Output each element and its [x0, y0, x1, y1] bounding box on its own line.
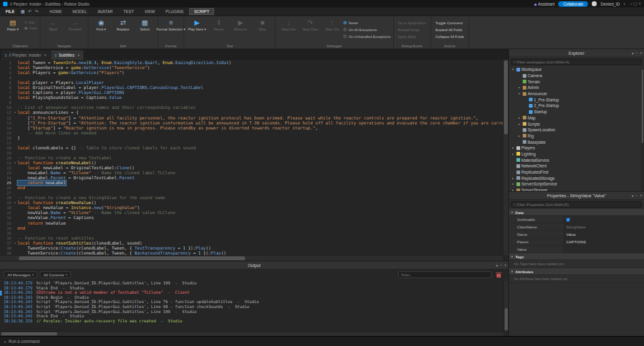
scrollbar-thumb[interactable]: [505, 308, 508, 330]
expand-arrow-icon[interactable]: ▸: [511, 146, 515, 149]
pause-button[interactable]: ‖Pause: [208, 17, 229, 31]
find-button[interactable]: ◉Find ▾: [91, 17, 111, 31]
tree-item-materialservice[interactable]: MaterialService: [509, 157, 644, 163]
dock-chevron-icon[interactable]: ▾: [496, 263, 498, 268]
code-line[interactable]: 10-- List of announcer voiceline names a…: [0, 105, 508, 110]
tree-item-baseplate[interactable]: Baseplate: [509, 139, 644, 145]
fold-arrow-icon[interactable]: ▾: [12, 241, 17, 246]
code-line[interactable]: 17: [0, 141, 508, 146]
reload-script-button[interactable]: Reload Script: [396, 27, 428, 32]
code-line[interactable]: 38 TweenService:Create(clonedLabel, Twee…: [0, 246, 508, 251]
username[interactable]: Denied_ID: [600, 2, 620, 6]
menu-tab-avatar[interactable]: AVATAR: [93, 9, 117, 14]
menu-tab-test[interactable]: TEST: [119, 9, 138, 14]
contexts-filter-dropdown[interactable]: All Contexts▾: [40, 271, 71, 278]
tab-perplex-insider[interactable]: ≡// Perplex: Insider×: [1, 50, 50, 60]
close-panel-icon[interactable]: ×: [640, 194, 642, 197]
fold-arrow-icon[interactable]: ▾: [12, 200, 17, 205]
avatar[interactable]: [592, 1, 597, 6]
tree-item-map[interactable]: ▸Map: [509, 115, 644, 121]
tree-item-replicatedstorage[interactable]: ▸ReplicatedStorage: [509, 175, 644, 181]
code-line[interactable]: 7local Captions = player.PlayerGui.CAPTI…: [0, 90, 508, 95]
radio-on-all-exceptions[interactable]: On All Exceptions: [343, 27, 390, 32]
maximize-button[interactable]: ▢: [633, 1, 637, 6]
close-panel-icon[interactable]: ×: [640, 51, 642, 55]
property-value-value[interactable]: [564, 246, 644, 253]
expand-arrow-icon[interactable]: ▾: [511, 68, 515, 71]
close-tab-icon[interactable]: ×: [44, 53, 47, 57]
archivable-checkbox[interactable]: ✓: [566, 218, 570, 222]
tree-item-announcer[interactable]: ▾Announcer: [509, 91, 644, 97]
code-line[interactable]: 13 ["2_Pre-Startup"] = "Attention: The r…: [0, 121, 508, 126]
tree-item-networkclient[interactable]: NetworkClient: [509, 163, 644, 169]
properties-filter-input[interactable]: [517, 202, 640, 207]
code-line[interactable]: 29▾local function createNewValue(): [0, 200, 508, 205]
tree-item-scripts[interactable]: ▸Scripts: [509, 121, 644, 127]
menu-tab-plugins[interactable]: PLUGINS: [161, 9, 188, 14]
code-line[interactable]: 23 newLabel.Name = "TLClone" -- Name the…: [0, 171, 508, 175]
expand-arrow-icon[interactable]: ▸: [517, 86, 521, 89]
code-line[interactable]: 1local Tween = TweenInfo.new(0.3, Enum.E…: [0, 60, 508, 65]
code-line[interactable]: 6local OriginalTextLabel = player.Player…: [0, 85, 508, 90]
editor-horizontal-scrollbar[interactable]: [0, 255, 503, 261]
tree-item-1-pre-startup[interactable]: 1_Pre-Startup: [509, 96, 644, 103]
code-line[interactable]: 16}: [0, 136, 508, 141]
code-line[interactable]: 25 return newLabel: [0, 180, 508, 185]
close-button[interactable]: ×: [638, 1, 641, 6]
chevron-down-icon[interactable]: ▾: [623, 2, 625, 6]
output-line[interactable]: 18:16:36.329// Perplex: Insider auto-rec…: [0, 319, 508, 324]
tree-item-serverstorage[interactable]: ▸ServerStorage: [509, 187, 644, 191]
fold-arrow-icon[interactable]: ▾: [12, 161, 17, 166]
float-window-icon[interactable]: ▫: [636, 194, 637, 197]
code-line[interactable]: 4: [0, 75, 508, 80]
expand-arrow-icon[interactable]: ▸: [517, 123, 521, 126]
save-icon[interactable]: ▦: [21, 9, 25, 14]
step-out-button[interactable]: ↑Step Out: [322, 17, 342, 31]
expand-arrow-icon[interactable]: ▸: [511, 177, 515, 180]
explorer-filter-input[interactable]: [517, 60, 640, 64]
fold-arrow-icon[interactable]: ▾: [12, 110, 17, 115]
code-line[interactable]: 36-- Function to reset subtitles: [0, 236, 508, 241]
redo-icon[interactable]: ↷: [35, 9, 39, 14]
file-menu-button[interactable]: FILE: [3, 9, 17, 14]
code-line[interactable]: 34end: [0, 226, 508, 231]
tree-item-serverscriptservice[interactable]: ▸ServerScriptService: [509, 181, 644, 187]
section-data[interactable]: ▾Data: [509, 209, 644, 216]
forward-button[interactable]: →Forward: [65, 17, 85, 31]
assistant-button[interactable]: ◆ Assistant: [534, 2, 554, 6]
explorer-scrollbar[interactable]: [641, 68, 644, 191]
float-window-icon[interactable]: ▫: [636, 51, 637, 55]
tree-item-startup[interactable]: Startup: [509, 109, 644, 115]
code-line[interactable]: 24 newLabel.Parent = OriginalTextLabel.P…: [0, 175, 508, 180]
select-button[interactable]: ▦Select: [134, 17, 155, 31]
expand-arrow-icon[interactable]: ▸: [517, 116, 521, 119]
code-line[interactable]: 19: [0, 151, 508, 156]
resume-button[interactable]: ▶Resume: [230, 17, 251, 31]
scrollbar-thumb[interactable]: [504, 60, 508, 134]
code-line[interactable]: 8local PlayingSoundsValue = Captions.Val…: [0, 95, 508, 100]
code-line[interactable]: 27: [0, 190, 508, 195]
radio-never[interactable]: Never: [343, 20, 390, 26]
menu-tab-view[interactable]: VIEW: [140, 9, 159, 14]
code-line[interactable]: 31 newValue.Name = "VLClone" -- Name the…: [0, 210, 508, 215]
expand-arrow-icon[interactable]: ▸: [511, 189, 515, 191]
tree-item-lighting[interactable]: ▸Lighting: [509, 151, 644, 157]
code-line[interactable]: 37▾local function resetSubtitles(clonedL…: [0, 241, 508, 246]
radio-on-unhandled-exceptions[interactable]: On Unhandled Exceptions: [343, 34, 390, 39]
output-horizontal-scrollbar[interactable]: [0, 331, 503, 336]
menu-tab-home[interactable]: HOME: [45, 9, 67, 14]
cut-button[interactable]: ✂Cut: [24, 20, 37, 24]
code-line[interactable]: 5local player = Players.LocalPlayer: [0, 80, 508, 85]
tree-item-rig[interactable]: ▸Rig: [509, 133, 644, 139]
section-attributes[interactable]: ▾Attributes: [509, 268, 644, 275]
tree-item-2-pre-startup[interactable]: 2_Pre-Startup: [509, 103, 644, 109]
minimize-button[interactable]: –: [630, 1, 632, 6]
scrollbar-thumb[interactable]: [19, 256, 245, 260]
property-value-classname[interactable]: StringValue: [564, 223, 644, 230]
script-editor[interactable]: 1local Tween = TweenInfo.new(0.3, Enum.E…: [0, 60, 508, 261]
messages-filter-dropdown[interactable]: All Messages▾: [4, 271, 37, 278]
scrollbar-thumb[interactable]: [642, 69, 643, 143]
back-button[interactable]: ←Back: [43, 17, 63, 31]
code-line[interactable]: 33 return newValue: [0, 221, 508, 226]
expand-arrow-icon[interactable]: ▸: [511, 152, 515, 156]
